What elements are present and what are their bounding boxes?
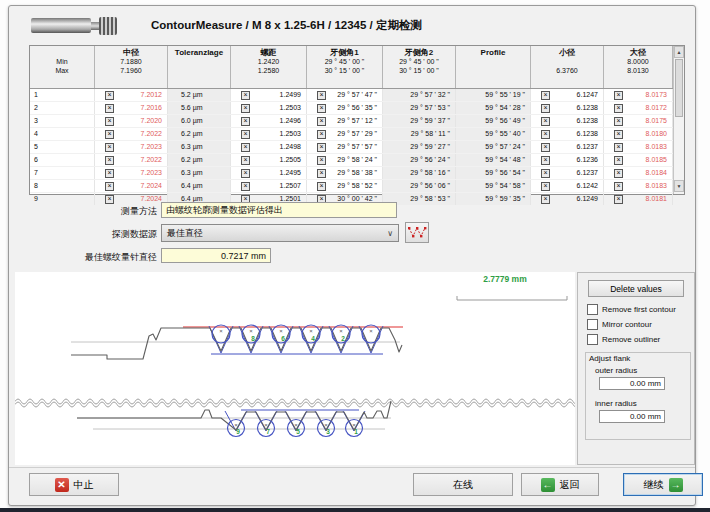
row-checkbox[interactable]: × [105,91,114,100]
remove-first-contour-checkbox[interactable]: Remove first contour [587,304,676,315]
row-checkbox[interactable]: × [541,91,550,100]
probe-points-button[interactable] [405,222,429,243]
row-checkbox[interactable]: × [541,156,550,165]
abort-button[interactable]: ✕ 中止 [29,473,119,496]
row-checkbox[interactable]: × [541,169,550,178]
table-cell: 29 ° 56 ' 24 " [383,154,456,166]
row-checkbox[interactable]: × [241,143,250,152]
delete-values-button[interactable]: Delete values [588,280,684,297]
row-checkbox[interactable]: × [541,195,550,204]
mirror-contour-checkbox[interactable]: Mirror contour [587,319,652,330]
next-arrow-icon: → [669,478,683,492]
chevron-down-icon[interactable]: ∨ [387,229,393,238]
row-checkbox[interactable]: × [317,117,326,126]
row-checkbox[interactable]: × [241,91,250,100]
cell-value: 8.0173 [646,89,667,101]
probe-source-select[interactable]: 最佳直径 ∨ [161,224,399,242]
row-checkbox[interactable]: × [105,156,114,165]
table-cell: ×6.1237 [531,141,604,153]
table-row[interactable]: 4×7.20226.2 µm×1.2503×29 ° 57 ' 29 "29 °… [30,128,673,141]
table-row[interactable]: 6×7.20226.2 µm×1.2505×29 ° 58 ' 24 "29 °… [30,154,673,167]
svg-text:3: 3 [326,428,330,435]
row-checkbox[interactable]: × [241,130,250,139]
row-checkbox[interactable]: × [614,91,623,100]
row-checkbox[interactable]: × [614,104,623,113]
table-row[interactable]: 1×7.20125.2 µm×1.2499×29 ° 57 ' 47 "29 °… [30,89,673,102]
cell-value: 1.2496 [280,115,301,127]
outer-radius-input[interactable]: 0.00 mm [599,377,665,390]
table-scrollbar[interactable]: ▲ ▼ [673,46,684,194]
cell-value: 7.2022 [141,154,162,166]
row-checkbox[interactable]: × [241,104,250,113]
table-row[interactable]: 8×7.20246.4 µm×1.2507×29 ° 58 ' 52 "29 °… [30,180,673,193]
cell-value: 1.2499 [280,89,301,101]
row-checkbox[interactable]: × [317,182,326,191]
row-number: 7 [30,167,95,179]
row-checkbox[interactable]: × [105,195,114,204]
online-button[interactable]: 在线 [413,473,513,496]
row-checkbox[interactable]: × [614,130,623,139]
row-checkbox[interactable]: × [541,143,550,152]
row-checkbox[interactable]: × [105,130,114,139]
cell-value: 29 ° 57 ' 32 " [410,89,450,101]
row-checkbox[interactable]: × [105,169,114,178]
row-checkbox[interactable]: × [541,117,550,126]
table-cell: ×6.1249 [531,193,604,205]
row-checkbox[interactable]: × [241,182,250,191]
cell-value: 59 ° 59 ' 35 " [485,193,525,205]
checkbox-box[interactable] [587,304,598,315]
row-checkbox[interactable]: × [317,91,326,100]
svg-text:×: × [369,328,373,334]
row-checkbox[interactable]: × [105,182,114,191]
measure-method-field[interactable]: 由螺纹轮廓测量数据评估得出 [161,202,397,218]
cell-value: 7.2020 [141,115,162,127]
row-checkbox[interactable]: × [317,130,326,139]
remove-outliner-checkbox[interactable]: Remove outliner [587,334,660,345]
row-checkbox[interactable]: × [241,117,250,126]
table-cell: ×6.1238 [531,102,604,114]
checkbox-box[interactable] [587,319,598,330]
cell-value: 29 ° 57 ' 47 " [337,89,377,101]
checkbox-box[interactable] [587,334,598,345]
table-cell: ×1.2503 [231,128,307,140]
scroll-down-icon[interactable]: ▼ [674,180,684,192]
row-checkbox[interactable]: × [317,104,326,113]
scroll-up-icon[interactable]: ▲ [674,46,684,58]
table-row[interactable]: 3×7.20206.0 µm×1.2496×29 ° 57 ' 12 "29 °… [30,115,673,128]
row-checkbox[interactable]: × [317,156,326,165]
online-label: 在线 [453,478,473,492]
header-cell: 螺距1.24201.2580 [231,46,307,88]
row-checkbox[interactable]: × [614,169,623,178]
table-row[interactable]: 2×7.20165.6 µm×1.2503×29 ° 56 ' 35 "29 °… [30,102,673,115]
row-checkbox[interactable]: × [317,143,326,152]
row-checkbox[interactable]: × [317,169,326,178]
table-row[interactable]: 7×7.20236.3 µm×1.2495×29 ° 58 ' 38 "29 °… [30,167,673,180]
row-checkbox[interactable]: × [614,195,623,204]
row-checkbox[interactable]: × [541,130,550,139]
row-checkbox[interactable]: × [614,182,623,191]
table-cell: 29 ° 56 ' 06 " [383,180,456,192]
table-cell: 6.2 µm [168,128,231,140]
row-checkbox[interactable]: × [241,169,250,178]
table-cell: 59 ° 54 ' 58 " [456,180,531,192]
row-checkbox[interactable]: × [541,182,550,191]
cell-value: 29 ° 58 ' 11 " [411,128,450,140]
row-number: 2 [30,102,95,114]
row-checkbox[interactable]: × [541,104,550,113]
row-checkbox[interactable]: × [614,156,623,165]
row-checkbox[interactable]: × [614,143,623,152]
row-checkbox[interactable]: × [241,156,250,165]
row-checkbox[interactable]: × [105,117,114,126]
header-corner: MinMax [30,46,95,88]
table-row[interactable]: 5×7.20236.3 µm×1.2498×29 ° 57 ' 57 "29 °… [30,141,673,154]
row-checkbox[interactable]: × [105,143,114,152]
back-button[interactable]: ← 返回 [521,473,599,496]
cell-value: 8.0180 [646,128,667,140]
pin-diameter-field[interactable]: 0.7217 mm [161,248,271,263]
inner-radius-input[interactable]: 0.00 mm [599,410,665,423]
row-checkbox[interactable]: × [105,104,114,113]
cell-value: 5.6 µm [181,102,203,114]
next-button[interactable]: 继续 → [623,473,703,496]
row-checkbox[interactable]: × [614,117,623,126]
scrollbar-thumb[interactable] [675,59,683,117]
